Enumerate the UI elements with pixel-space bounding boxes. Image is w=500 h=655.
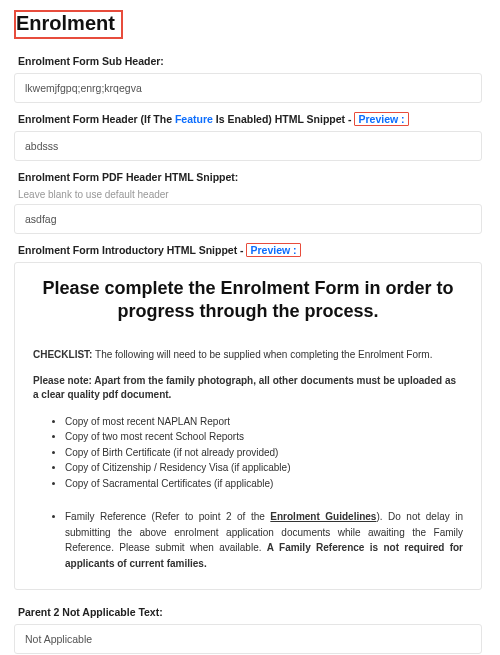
- list-item: Copy of two most recent School Reports: [65, 429, 463, 445]
- checklist-items: Copy of most recent NAPLAN Report Copy o…: [33, 414, 463, 492]
- page-title: Enrolment: [14, 10, 123, 39]
- intro-preview-link[interactable]: Preview :: [246, 243, 300, 257]
- header-input[interactable]: [14, 131, 482, 161]
- pdf-header-label: Enrolment Form PDF Header HTML Snippet:: [14, 171, 482, 183]
- pdf-header-input[interactable]: [14, 204, 482, 234]
- please-note-line: Please note: Apart from the family photo…: [33, 374, 463, 402]
- intro-snippet-box[interactable]: Please complete the Enrolment Form in or…: [14, 262, 482, 590]
- list-item: Copy of Citizenship / Residency Visa (if…: [65, 460, 463, 476]
- header-label: Enrolment Form Header (If The Feature Is…: [14, 113, 482, 125]
- sub-header-label: Enrolment Form Sub Header:: [14, 55, 482, 67]
- family-reference-item: Family Reference (Refer to point 2 of th…: [33, 509, 463, 571]
- parent2-label: Parent 2 Not Applicable Text:: [14, 606, 482, 618]
- list-item: Copy of Sacramental Certificates (if app…: [65, 476, 463, 492]
- list-item: Family Reference (Refer to point 2 of th…: [65, 509, 463, 571]
- list-item: Copy of Birth Certificate (if not alread…: [65, 445, 463, 461]
- pdf-header-hint: Leave blank to use default header: [14, 189, 482, 200]
- intro-label: Enrolment Form Introductory HTML Snippet…: [14, 244, 482, 256]
- header-preview-link[interactable]: Preview :: [354, 112, 408, 126]
- feature-link[interactable]: Feature: [175, 113, 213, 125]
- intro-heading: Please complete the Enrolment Form in or…: [33, 277, 463, 324]
- parent2-input[interactable]: [14, 624, 482, 654]
- list-item: Copy of most recent NAPLAN Report: [65, 414, 463, 430]
- sub-header-input[interactable]: [14, 73, 482, 103]
- enrolment-guidelines-link[interactable]: Enrolment Guidelines: [270, 511, 376, 522]
- checklist-line: CHECKLIST: The following will need to be…: [33, 348, 463, 362]
